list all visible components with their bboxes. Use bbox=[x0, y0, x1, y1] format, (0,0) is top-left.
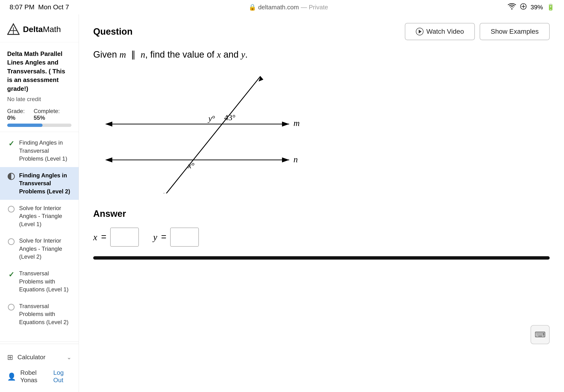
logo-text: DeltaMath bbox=[23, 25, 61, 34]
battery-icon: 🔋 bbox=[547, 4, 554, 11]
item-label-3: Solve for Interior Angles - Triangle (Le… bbox=[19, 204, 71, 228]
sidebar-divider bbox=[0, 342, 79, 342]
signal-icon bbox=[520, 3, 527, 12]
no-late-credit: No late credit bbox=[7, 96, 71, 102]
status-indicators: 39% 🔋 bbox=[508, 3, 554, 12]
angle-y-label: y° bbox=[208, 114, 215, 123]
sidebar-item-transversal2[interactable]: Transversal Problems with Equations (Lev… bbox=[0, 298, 79, 331]
assignment-title: Delta Math Parallel Lines Angles and Tra… bbox=[7, 49, 71, 93]
sidebar-footer: ⊞ Calculator ⌄ 👤 Robel Yonas Log Out bbox=[0, 344, 79, 392]
grade-label: Grade: 0% bbox=[7, 108, 34, 121]
svg-line-10 bbox=[163, 76, 261, 193]
show-examples-button[interactable]: Show Examples bbox=[480, 23, 550, 40]
watch-video-button[interactable]: Watch Video bbox=[405, 23, 475, 40]
grade-row: Grade: 0% Complete: 55% bbox=[7, 108, 71, 121]
circle-icon-4 bbox=[7, 238, 15, 246]
x-equals: = bbox=[101, 232, 106, 242]
answer-title: Answer bbox=[93, 209, 550, 219]
svg-marker-11 bbox=[259, 76, 263, 82]
x-label: x bbox=[93, 232, 97, 242]
status-url: 🔒 deltamath.com — Private bbox=[248, 4, 328, 11]
parallel-lines-svg: m n y° 43° bbox=[93, 69, 308, 193]
user-icon: 👤 bbox=[7, 372, 16, 381]
battery-text: 39% bbox=[531, 4, 543, 11]
sidebar-item-interior1[interactable]: Solve for Interior Angles - Triangle (Le… bbox=[0, 200, 79, 233]
x-input-group: x = bbox=[93, 227, 139, 247]
user-row: 👤 Robel Yonas Log Out bbox=[7, 366, 71, 387]
progress-bar-background bbox=[7, 124, 71, 127]
sidebar: DeltaMath Delta Math Parallel Lines Angl… bbox=[0, 14, 79, 392]
chevron-down-icon: ⌄ bbox=[67, 354, 71, 361]
item-label-4: Solve for Interior Angles - Triangle (Le… bbox=[19, 237, 71, 261]
sidebar-item-level1[interactable]: ✓ Finding Angles in Transversal Problems… bbox=[0, 134, 79, 167]
y-input-group: y = bbox=[153, 227, 199, 247]
item-label-5: Transversal Problems with Equations (Lev… bbox=[19, 269, 71, 294]
assignment-info: Delta Math Parallel Lines Angles and Tra… bbox=[0, 42, 79, 132]
submit-bar[interactable] bbox=[93, 256, 550, 260]
circle-icon-3 bbox=[7, 205, 15, 213]
complete-label: Complete: 55% bbox=[34, 108, 71, 121]
question-text: Given m ∥ n, find the value of x and y. bbox=[93, 47, 550, 62]
logout-button[interactable]: Log Out bbox=[53, 369, 71, 384]
keyboard-icon: ⌨ bbox=[535, 330, 546, 339]
sidebar-item-interior2[interactable]: Solve for Interior Angles - Triangle (Le… bbox=[0, 232, 79, 265]
check-icon-1: ✓ bbox=[7, 140, 15, 148]
question-header: Question Watch Video Show Examples bbox=[93, 14, 550, 47]
y-equals: = bbox=[161, 232, 166, 242]
calculator-icon: ⊞ bbox=[7, 353, 13, 361]
sidebar-items-list: ✓ Finding Angles in Transversal Problems… bbox=[0, 132, 79, 340]
page-title: Question bbox=[93, 27, 133, 37]
line-m-label: m bbox=[293, 118, 300, 128]
header-buttons: Watch Video Show Examples bbox=[405, 23, 550, 40]
check-icon-5: ✓ bbox=[7, 270, 15, 279]
y-input[interactable] bbox=[170, 227, 199, 247]
keyboard-toggle-button[interactable]: ⌨ bbox=[531, 325, 550, 344]
angle-43-label: 43° bbox=[224, 113, 236, 122]
answer-section: Answer x = y = bbox=[93, 204, 550, 267]
calculator-item[interactable]: ⊞ Calculator ⌄ bbox=[7, 349, 71, 366]
lock-icon: 🔒 bbox=[248, 4, 256, 11]
deltamath-logo-icon bbox=[7, 23, 20, 35]
item-label-2: Finding Angles in Transversal Problems (… bbox=[19, 171, 71, 196]
main-content: Question Watch Video Show Examples Given… bbox=[79, 14, 564, 392]
play-icon bbox=[416, 28, 424, 35]
logo-area: DeltaMath bbox=[0, 14, 79, 42]
angle-x-label: x° bbox=[188, 161, 195, 170]
user-name: Robel Yonas bbox=[20, 369, 49, 384]
show-examples-label: Show Examples bbox=[491, 28, 539, 35]
watch-video-label: Watch Video bbox=[426, 28, 464, 35]
status-bar: 8:07 PM Mon Oct 7 🔒 deltamath.com — Priv… bbox=[0, 0, 564, 14]
item-label-6: Transversal Problems with Equations (Lev… bbox=[19, 302, 71, 326]
wifi-icon bbox=[508, 3, 516, 12]
sidebar-item-level2[interactable]: Finding Angles in Transversal Problems (… bbox=[0, 167, 79, 200]
answer-inputs: x = y = bbox=[93, 227, 550, 247]
app-layout: DeltaMath Delta Math Parallel Lines Angl… bbox=[0, 14, 564, 392]
item-label-1: Finding Angles in Transversal Problems (… bbox=[19, 139, 71, 163]
status-time: 8:07 PM Mon Oct 7 bbox=[10, 3, 69, 11]
sidebar-item-transversal1[interactable]: ✓ Transversal Problems with Equations (L… bbox=[0, 265, 79, 298]
line-n-label: n bbox=[293, 155, 298, 164]
half-circle-icon bbox=[7, 172, 15, 181]
y-label: y bbox=[153, 232, 157, 242]
circle-icon-6 bbox=[7, 303, 15, 311]
geometry-diagram: m n y° 43° bbox=[93, 69, 550, 194]
progress-bar-fill bbox=[7, 124, 42, 127]
svg-marker-12 bbox=[160, 193, 165, 193]
calculator-label: Calculator bbox=[17, 353, 45, 361]
x-input[interactable] bbox=[110, 227, 139, 247]
